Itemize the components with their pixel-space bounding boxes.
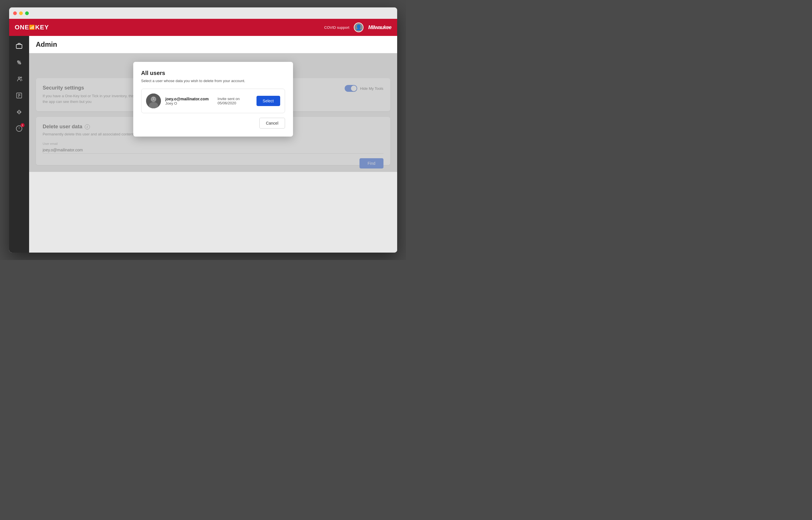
covid-support-link[interactable]: COVID support [324, 25, 349, 30]
user-avatar[interactable]: 👤 [354, 23, 364, 32]
modal-overlay: All users Select a user whose data you w… [29, 53, 397, 172]
user-avatar-icon [146, 94, 161, 108]
user-info: joey.o@mailinator.com Joey O [166, 97, 213, 105]
page-content: Admin Company information Security Roles… [29, 36, 397, 253]
svg-point-14 [154, 99, 155, 100]
sidebar-item-users[interactable] [12, 72, 26, 86]
fullscreen-button-icon[interactable] [25, 11, 29, 15]
page-body: Company information Security Roles Secur… [29, 53, 397, 172]
sidebar-item-admin[interactable] [12, 39, 26, 53]
cancel-button[interactable]: Cancel [260, 118, 285, 129]
user-email-display: joey.o@mailinator.com [166, 97, 213, 101]
svg-point-13 [152, 99, 153, 100]
alerts-badge: 1 [21, 123, 25, 127]
invite-section: Invite sent on 05/06/2020 [218, 97, 252, 105]
select-user-button[interactable]: Select [256, 96, 280, 106]
modal-subtitle: Select a user whose data you wish to del… [141, 79, 285, 83]
browser-window: ONE📶KEY COVID support 👤 Milwaukee [9, 7, 397, 253]
close-button-icon[interactable] [13, 11, 17, 15]
all-users-modal: All users Select a user whose data you w… [133, 62, 293, 136]
page-title: Admin [36, 41, 390, 49]
page-header: Admin [29, 36, 397, 53]
sidebar-item-transfer[interactable] [12, 105, 26, 119]
sidebar-item-alerts[interactable]: 1 [12, 122, 26, 136]
user-name-display: Joey O [166, 101, 213, 105]
sidebar: 1 [9, 36, 29, 253]
invite-label: Invite sent on [218, 97, 252, 101]
invite-date: 05/06/2020 [218, 101, 252, 105]
modal-footer: Cancel [141, 118, 285, 129]
user-avatar-image [146, 94, 161, 108]
sidebar-item-reports[interactable] [12, 88, 26, 103]
top-nav-right: COVID support 👤 Milwaukee [324, 23, 391, 32]
milwaukee-logo: Milwaukee [368, 25, 391, 30]
sidebar-item-tools[interactable] [12, 55, 26, 70]
minimize-button-icon[interactable] [19, 11, 23, 15]
user-list-item: joey.o@mailinator.com Joey O Invite sent… [141, 89, 285, 113]
logo: ONE📶KEY [15, 24, 49, 31]
browser-content: ONE📶KEY COVID support 👤 Milwaukee [9, 19, 397, 253]
svg-point-4 [21, 77, 22, 78]
browser-titlebar [9, 7, 397, 19]
svg-point-3 [18, 77, 20, 79]
logo-text: ONE📶KEY [15, 24, 49, 31]
main-layout: 1 Admin Company information Security Rol… [9, 36, 397, 253]
top-nav: ONE📶KEY COVID support 👤 Milwaukee [9, 19, 397, 36]
svg-rect-0 [16, 45, 22, 49]
modal-title: All users [141, 70, 285, 76]
